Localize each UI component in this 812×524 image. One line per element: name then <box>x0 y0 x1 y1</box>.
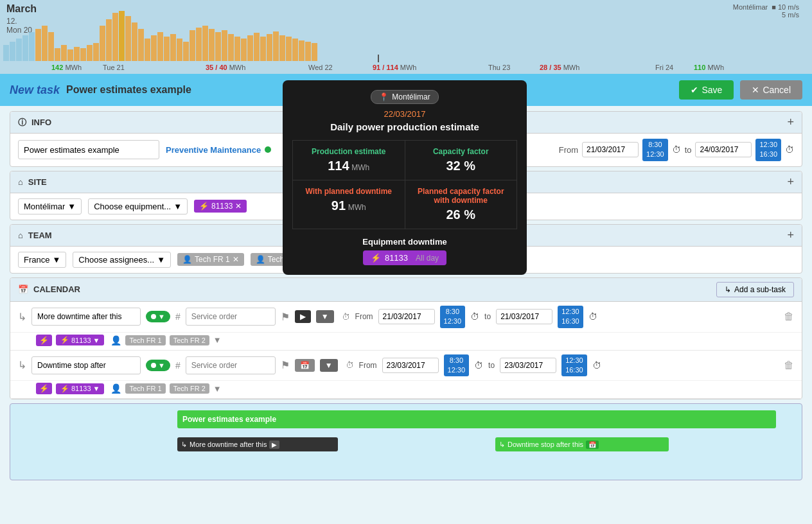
location-name: Montélimar <box>24 202 65 211</box>
subtask-name-input-1[interactable] <box>31 308 141 326</box>
from-label-text: rom <box>564 145 578 155</box>
from-time-badge: 8:30 12:30 <box>642 139 668 161</box>
cancel-button[interactable]: ✕ Cancel <box>740 80 802 100</box>
bar <box>29 32 35 61</box>
from-date-sub2[interactable] <box>382 358 439 373</box>
chart-cursor <box>378 55 379 62</box>
production-cell: Production estimate 114 MWh <box>293 141 405 180</box>
view-toggle-btn-1[interactable]: ▶ <box>295 310 311 323</box>
bar <box>273 31 279 61</box>
production-value: 114 <box>328 159 349 173</box>
view-cal-btn-1[interactable]: ▼ <box>316 310 334 323</box>
info-icon: ⓘ <box>18 117 26 128</box>
from-clock-sub1[interactable]: ⏱ <box>470 311 479 322</box>
planned-capacity-cell: Planned capacity factor with downtime 26… <box>405 180 517 229</box>
equipment-dropdown[interactable]: Choose equipment... ▼ <box>88 198 188 214</box>
planned-capacity-label: Planned capacity factor with downtime <box>412 187 511 205</box>
bar <box>177 39 182 61</box>
equipment-tag-sub1: ⚡ 81133 ▼ <box>56 335 104 345</box>
downtime-label: Equipment downtime <box>292 237 517 247</box>
assignees-dropdown[interactable]: Choose assignees... ▼ <box>73 252 171 268</box>
to-clock-sub1[interactable]: ⏱ <box>588 311 597 322</box>
service-order-input-2[interactable] <box>186 356 276 374</box>
to-date-input[interactable] <box>695 142 752 157</box>
toggle-arrow-1: ▼ <box>158 313 165 320</box>
flag-icon-1: ⚑ <box>281 311 290 323</box>
tech-badge-sub1-1: Tech FR 1 <box>125 335 165 345</box>
tech-dropdown-sub2[interactable]: ▼ <box>213 384 222 394</box>
bar <box>157 32 163 61</box>
location-pin-icon: 📍 <box>379 92 389 101</box>
service-order-input-1[interactable] <box>186 308 276 326</box>
person-icon-sub1: 👤 <box>110 335 121 345</box>
team-icon: ⌂ <box>18 231 23 240</box>
view-cal-btn-2[interactable]: ▼ <box>320 359 338 372</box>
date-range-group: From 8:30 12:30 ⏱ to 12:30 16:30 ⏱ <box>559 139 794 161</box>
all-day-label: All day <box>416 254 439 263</box>
equip-arrow-sub2[interactable]: ▼ <box>93 385 100 392</box>
delete-subtask-2[interactable]: 🗑 <box>784 360 794 371</box>
bar <box>222 30 227 61</box>
bar <box>125 16 131 61</box>
from-date-sub1[interactable] <box>378 309 435 324</box>
site-add-button[interactable]: + <box>787 175 794 189</box>
add-subtask-button[interactable]: ↳ Add a sub-task <box>716 282 794 297</box>
to-time-badge: 12:30 16:30 <box>755 139 781 161</box>
bar-highlight[interactable] <box>119 11 125 61</box>
to-label-sub2: to <box>488 361 495 370</box>
save-button[interactable]: ✔ Save <box>679 80 734 100</box>
date-fri: Fri 24 <box>655 64 673 71</box>
to-clock-icon[interactable]: ⏱ <box>785 144 794 155</box>
bolt-sub2: ⚡ <box>60 385 69 393</box>
equip-arrow-sub1[interactable]: ▼ <box>93 336 100 344</box>
gantt-sub2-bar: ↳ Downtime stop after this 📅 <box>495 437 669 451</box>
delete-subtask-1[interactable]: 🗑 <box>784 311 794 322</box>
to-date-sub1[interactable] <box>496 309 552 324</box>
energy-fri: 110 MWh <box>694 64 724 71</box>
subtask-name-input-2[interactable] <box>31 356 141 374</box>
calendar-section: 📅 CALENDAR ↳ Add a sub-task ↳ ▼ # ⚑ ▶ ▼ … <box>10 277 802 400</box>
tech-tag-1: 👤 Tech FR 1 ✕ <box>177 253 244 266</box>
hash-icon-1: # <box>175 311 181 322</box>
subtask-toggle-1[interactable]: ▼ <box>146 311 170 322</box>
task-name-input[interactable] <box>18 140 159 159</box>
bar <box>234 37 240 61</box>
country-dropdown[interactable]: France ▼ <box>18 252 66 268</box>
from-date-input[interactable] <box>582 142 639 157</box>
to-date-sub2[interactable] <box>500 358 556 373</box>
equip-num-sub2: 81133 <box>71 385 91 392</box>
bar <box>106 19 112 61</box>
bar <box>190 30 195 61</box>
gantt-sub2-label: Downtime stop after this <box>508 441 583 448</box>
subtask-toggle-2[interactable]: ▼ <box>146 360 170 371</box>
from-clock-icon[interactable]: ⏱ <box>672 144 681 155</box>
view-toggle-btn-2[interactable]: 📅 <box>295 359 315 372</box>
downtime-equipment-tag: 81133 <box>385 253 408 263</box>
hash-icon-2: # <box>175 360 181 371</box>
remove-tech1-icon[interactable]: ✕ <box>233 255 239 264</box>
planned-capacity-value: 26 % <box>412 207 511 222</box>
info-add-button[interactable]: + <box>787 116 794 129</box>
tech-dropdown-sub1[interactable]: ▼ <box>213 335 222 345</box>
date-tue: Tue 21 <box>103 64 125 71</box>
bar <box>10 42 15 61</box>
calendar-label: CALENDAR <box>33 284 80 294</box>
from-clock-sub2[interactable]: ⏱ <box>474 360 483 371</box>
bar <box>241 39 247 61</box>
bar <box>55 48 60 61</box>
to-time2: 16:30 <box>759 150 777 159</box>
date-thu: Thu 23 <box>488 64 510 71</box>
bar <box>170 34 176 61</box>
tooltip-data-grid: Production estimate 114 MWh Capacity fac… <box>292 140 517 229</box>
team-add-button[interactable]: + <box>787 229 794 242</box>
from-label: From <box>559 145 578 155</box>
from-time2: 12:30 <box>646 150 664 159</box>
assignees-arrow-icon: ▼ <box>157 255 165 265</box>
capacity-cell: Capacity factor 32 % <box>405 141 517 180</box>
assignees-placeholder: Choose assignees... <box>78 255 154 265</box>
tooltip-downtime: Equipment downtime ⚡ 81133 All day <box>292 237 517 265</box>
location-dropdown[interactable]: Montélimar ▼ <box>18 198 82 214</box>
remove-equipment-icon[interactable]: ✕ <box>235 202 242 211</box>
bar <box>67 49 73 61</box>
to-clock-sub2[interactable]: ⏱ <box>592 360 601 371</box>
